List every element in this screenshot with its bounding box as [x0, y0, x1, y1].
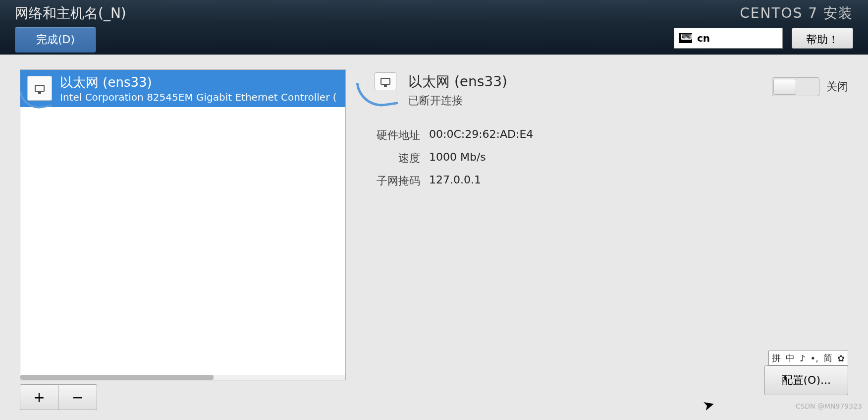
- page-title: 网络和主机名(_N): [15, 4, 126, 23]
- ime-sound-icon[interactable]: ♪: [799, 353, 807, 363]
- details-status: 已断开连接: [408, 93, 507, 108]
- add-device-button[interactable]: +: [20, 384, 58, 410]
- watermark: CSDN @MN979323: [796, 402, 862, 410]
- header-left: 网络和主机名(_N) 完成(D): [15, 0, 126, 55]
- toggle-knob: [773, 79, 796, 95]
- help-button[interactable]: 帮助！: [792, 28, 853, 49]
- installer-title: CENTOS 7 安装: [674, 4, 853, 23]
- connection-toggle[interactable]: [772, 77, 819, 96]
- details-info-grid: 硬件地址 00:0C:29:62:AD:E4 速度 1000 Mb/s 子网掩码…: [366, 128, 848, 188]
- ime-settings-icon[interactable]: ✿: [836, 353, 846, 363]
- header-controls: cn 帮助！: [674, 28, 853, 49]
- device-list-item[interactable]: 以太网 (ens33) Intel Corporation 82545EM Gi…: [20, 70, 345, 107]
- hw-addr-label: 硬件地址: [366, 128, 420, 143]
- details-title-block: 以太网 (ens33) 已断开连接: [408, 72, 507, 108]
- network-sidebar: 以太网 (ens33) Intel Corporation 82545EM Gi…: [20, 69, 346, 410]
- done-button[interactable]: 完成(D): [15, 27, 96, 53]
- ime-toolbar[interactable]: 拼 中 ♪ •, 简 ✿: [768, 351, 848, 365]
- device-item-name: 以太网 (ens33): [60, 74, 338, 91]
- scrollbar-thumb[interactable]: [20, 375, 214, 380]
- keyboard-layout-code: cn: [697, 32, 710, 44]
- hw-addr-value: 00:0C:29:62:AD:E4: [429, 128, 848, 143]
- header-bar: 网络和主机名(_N) 完成(D) CENTOS 7 安装 cn 帮助！: [0, 0, 868, 55]
- subnet-value: 127.0.0.1: [429, 174, 848, 188]
- device-item-desc: Intel Corporation 82545EM Gigabit Ethern…: [60, 91, 338, 103]
- header-right: CENTOS 7 安装 cn 帮助！: [674, 0, 853, 55]
- content-area: 以太网 (ens33) Intel Corporation 82545EM Gi…: [0, 55, 868, 420]
- remove-device-button[interactable]: −: [58, 384, 97, 410]
- connection-toggle-row: 关闭: [772, 77, 848, 96]
- speed-value: 1000 Mb/s: [429, 151, 848, 166]
- horizontal-scrollbar[interactable]: [20, 375, 345, 380]
- configure-button[interactable]: 配置(O)...: [764, 365, 848, 395]
- ethernet-icon: [27, 76, 52, 101]
- keyboard-layout-indicator[interactable]: cn: [674, 28, 783, 49]
- details-title: 以太网 (ens33): [408, 72, 507, 91]
- device-list-buttons: + −: [20, 384, 346, 410]
- ethernet-icon: [366, 72, 397, 104]
- ime-mode-icon[interactable]: 拼: [771, 352, 782, 364]
- connection-toggle-label: 关闭: [826, 79, 848, 94]
- subnet-label: 子网掩码: [366, 174, 420, 188]
- device-list[interactable]: 以太网 (ens33) Intel Corporation 82545EM Gi…: [20, 69, 346, 380]
- ime-charset-icon[interactable]: 简: [822, 352, 833, 364]
- ime-lang-icon[interactable]: 中: [785, 352, 796, 364]
- device-details: 以太网 (ens33) 已断开连接 关闭 硬件地址 00:0C:29:62:AD…: [366, 69, 848, 410]
- speed-label: 速度: [366, 151, 420, 166]
- ime-punct-icon[interactable]: •,: [810, 353, 819, 363]
- keyboard-icon: [679, 33, 692, 43]
- device-item-text: 以太网 (ens33) Intel Corporation 82545EM Gi…: [60, 74, 338, 103]
